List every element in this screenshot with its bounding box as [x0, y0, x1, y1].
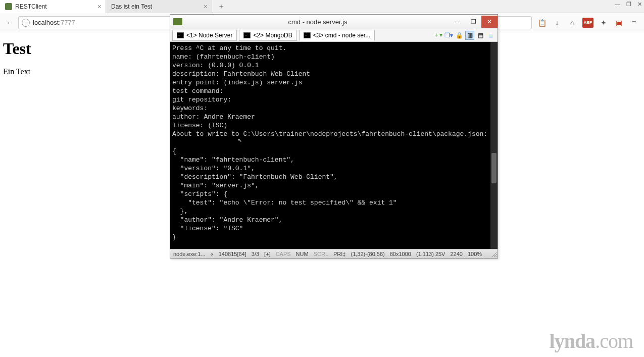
cmd-icon	[177, 32, 184, 38]
terminal-tab-3[interactable]: <3> cmd - node ser...	[299, 30, 375, 41]
restclient-icon	[5, 3, 12, 10]
cmd-icon	[243, 32, 251, 38]
status-zoom: 100%	[468, 251, 482, 257]
download-icon[interactable]: ↓	[552, 18, 562, 28]
watermark-brand: lynda	[550, 330, 596, 352]
resize-grip[interactable]	[490, 251, 497, 257]
window-controls: — ❐ ✕	[615, 1, 642, 8]
status-num: NUM	[296, 251, 309, 257]
terminal-scrollbar[interactable]	[490, 42, 498, 249]
clipboard-icon[interactable]: 📋	[537, 18, 547, 28]
status-caps: CAPS	[276, 251, 291, 257]
watermark-suffix: .com	[595, 330, 633, 352]
terminal-maximize-button[interactable]: ❐	[465, 16, 481, 28]
terminal-tab-label: <3> cmd - node ser...	[313, 32, 370, 39]
terminal-tab-strip: <1> Node Server <2> MongoDB <3> cmd - no…	[170, 29, 498, 42]
status-position: (1,113) 25V	[416, 251, 445, 257]
browser-tab-strip: RESTClient × Das ist ein Test × ＋ — ❐ ✕	[0, 0, 644, 13]
home-icon[interactable]: ⌂	[567, 18, 577, 28]
pocket-icon[interactable]: ▣	[614, 18, 624, 28]
back-button[interactable]: ←	[3, 16, 16, 29]
window-maximize-button[interactable]: ❐	[626, 1, 631, 8]
close-icon[interactable]: ×	[204, 3, 208, 11]
close-icon[interactable]: ×	[97, 3, 102, 11]
terminal-tab-label: <2> MongoDB	[253, 32, 292, 39]
terminal-status-bar: node.exe:1... « 140815[64] 3/3 [+] CAPS …	[170, 249, 498, 258]
menu-icon[interactable]: ≡	[629, 18, 639, 28]
url-text: localhost:7777	[33, 19, 75, 26]
tab-label: Das ist ein Test	[111, 3, 152, 10]
new-tab-button[interactable]: ＋	[215, 2, 227, 12]
lock-icon[interactable]: 🔒	[455, 31, 464, 40]
split-v-icon[interactable]: ▥	[465, 31, 474, 40]
window-close-button[interactable]: ✕	[637, 1, 642, 8]
status-chevron: «	[211, 251, 214, 257]
terminal-toolbar: ＋▾ ❐▾ 🔒 ▥ ▤ ≣	[433, 31, 496, 40]
browser-tab-restclient[interactable]: RESTClient ×	[0, 0, 106, 13]
status-scrl: SCRL	[314, 251, 328, 257]
globe-icon	[22, 19, 30, 27]
adblock-icon[interactable]: ABP	[582, 18, 593, 28]
tab-label: RESTClient	[15, 3, 47, 10]
status-selection: (1,32)-(80,56)	[351, 251, 384, 257]
mouse-cursor-icon: ↖	[238, 136, 242, 143]
status-proc: node.exe:1...	[173, 251, 206, 257]
browser-toolbar: 📋 ↓ ⌂ ABP ✦ ▣ ≡	[535, 18, 641, 28]
duplicate-button[interactable]: ❐▾	[444, 31, 453, 40]
scrollbar-thumb[interactable]	[491, 153, 497, 183]
status-pri: PRI‡	[333, 251, 345, 257]
terminal-output[interactable]: Press ^C at any time to quit. name: (fah…	[170, 42, 498, 249]
split-h-icon[interactable]: ▤	[476, 31, 485, 40]
terminal-window[interactable]: cmd - node server.js — ❐ ✕ <1> Node Serv…	[170, 14, 498, 259]
terminal-tab-1[interactable]: <1> Node Server	[172, 30, 237, 41]
status-buffer: 140815[64]	[219, 251, 246, 257]
terminal-titlebar[interactable]: cmd - node server.js — ❐ ✕	[170, 15, 498, 29]
terminal-app-icon	[173, 18, 182, 25]
cmd-icon	[304, 32, 311, 38]
terminal-tab-2[interactable]: <2> MongoDB	[239, 30, 296, 41]
status-dimensions: 80x1000	[390, 251, 411, 257]
status-fraction: 3/3	[252, 251, 259, 257]
terminal-close-button[interactable]: ✕	[481, 16, 498, 28]
back-icon: ←	[6, 19, 13, 27]
terminal-title: cmd - node server.js	[186, 18, 449, 26]
browser-tab-test[interactable]: Das ist ein Test ×	[106, 0, 212, 13]
list-icon[interactable]: ≣	[486, 31, 496, 40]
status-time: 2240	[450, 251, 462, 257]
terminal-minimize-button[interactable]: —	[449, 16, 465, 28]
window-minimize-button[interactable]: —	[615, 1, 620, 8]
wand-icon[interactable]: ✦	[599, 18, 609, 28]
status-plus: [+]	[264, 251, 271, 257]
new-console-button[interactable]: ＋▾	[433, 31, 442, 40]
terminal-tab-label: <1> Node Server	[186, 32, 232, 39]
lynda-watermark: lynda.com	[550, 329, 633, 353]
